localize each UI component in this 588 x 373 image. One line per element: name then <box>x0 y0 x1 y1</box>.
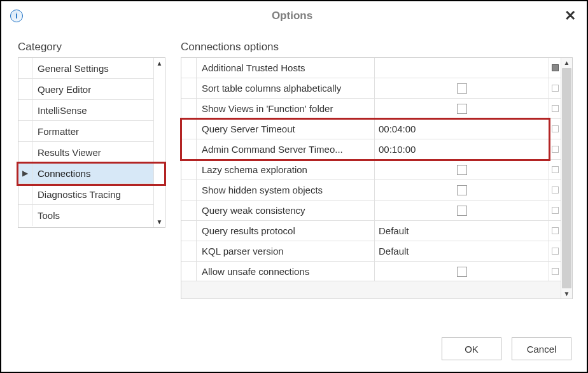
category-item-label: Results Viewer <box>32 147 101 158</box>
checkbox[interactable] <box>457 267 467 277</box>
option-value[interactable]: Default <box>375 241 549 261</box>
reset-icon <box>552 85 559 92</box>
scroll-thumb[interactable] <box>562 68 571 288</box>
category-item-connections[interactable]: ▶Connections <box>18 163 165 184</box>
category-item-tools[interactable]: Tools <box>18 205 165 226</box>
option-name: Query Server Timeout <box>197 119 375 139</box>
checkbox[interactable] <box>457 185 467 195</box>
option-row-gutter <box>181 119 197 139</box>
option-value[interactable] <box>375 58 549 78</box>
option-name: Allow unsafe connections <box>197 262 375 281</box>
option-value[interactable] <box>375 160 549 179</box>
option-reset-cell[interactable] <box>549 160 561 179</box>
option-value[interactable] <box>375 201 549 220</box>
option-row-gutter <box>181 241 197 261</box>
reset-icon <box>552 227 559 234</box>
option-reset-cell[interactable] <box>549 262 561 281</box>
option-value[interactable] <box>375 180 549 200</box>
scroll-down-icon[interactable]: ▼ <box>561 289 572 299</box>
category-scrollbar[interactable]: ▲ ▼ <box>153 58 165 227</box>
option-value[interactable]: Default <box>375 221 549 241</box>
option-reset-cell[interactable] <box>549 180 561 200</box>
options-heading: Connections options <box>181 41 573 53</box>
category-row-gutter <box>18 121 32 141</box>
option-row[interactable]: Show hidden system objects <box>181 180 561 201</box>
category-item-formatter[interactable]: Formatter <box>18 121 165 142</box>
option-reset-cell[interactable] <box>549 119 561 139</box>
option-row[interactable]: Query weak consistency <box>181 201 561 221</box>
category-item-results-viewer[interactable]: Results Viewer <box>18 142 165 163</box>
checkbox[interactable] <box>457 83 467 94</box>
option-reset-cell[interactable] <box>549 99 561 118</box>
dialog-buttons: OK Cancel <box>442 337 571 360</box>
option-row[interactable]: Query results protocolDefault <box>181 221 561 241</box>
option-value[interactable] <box>375 99 549 118</box>
category-item-label: Formatter <box>32 126 79 137</box>
category-row-gutter <box>18 58 32 78</box>
option-reset-cell[interactable] <box>549 201 561 220</box>
scroll-down-icon[interactable]: ▼ <box>154 216 165 227</box>
option-row[interactable]: Admin Command Server Timeo...00:10:00 <box>181 139 561 160</box>
category-panel: Category General SettingsQuery EditorInt… <box>18 41 165 318</box>
category-row-gutter <box>18 205 32 226</box>
option-row-gutter <box>181 78 197 98</box>
option-reset-cell[interactable] <box>549 241 561 261</box>
category-row-gutter <box>18 184 32 204</box>
option-row[interactable]: Allow unsafe connections <box>181 262 561 282</box>
close-button[interactable]: ✕ <box>561 7 579 25</box>
option-row-gutter <box>181 201 197 220</box>
option-name: Admin Command Server Timeo... <box>197 139 375 159</box>
option-name: KQL parser version <box>197 241 375 261</box>
option-value[interactable] <box>375 78 549 98</box>
category-item-label: Connections <box>32 168 90 179</box>
option-row-gutter <box>181 262 197 281</box>
category-row-gutter: ▶ <box>18 163 32 183</box>
option-reset-cell[interactable] <box>549 78 561 98</box>
option-row[interactable]: Show Views in 'Function' folder <box>181 99 561 119</box>
scroll-up-icon[interactable]: ▲ <box>154 58 165 69</box>
reset-icon <box>552 125 559 132</box>
option-row-gutter <box>181 99 197 118</box>
option-row[interactable]: Lazy schema exploration <box>181 160 561 180</box>
category-row-gutter <box>18 142 32 162</box>
options-grid: Additional Trusted HostsSort table colum… <box>181 57 573 299</box>
category-item-diagnostics-tracing[interactable]: Diagnostics Tracing <box>18 184 165 205</box>
option-row[interactable]: Additional Trusted Hosts <box>181 58 561 78</box>
option-name: Sort table columns alphabetically <box>197 78 375 98</box>
option-value[interactable]: 00:10:00 <box>375 139 549 159</box>
titlebar: i Options ✕ <box>1 1 587 31</box>
ok-button[interactable]: OK <box>442 337 501 360</box>
option-name: Query results protocol <box>197 221 375 241</box>
option-name: Lazy schema exploration <box>197 160 375 179</box>
option-reset-cell[interactable] <box>549 58 561 78</box>
option-value-text: 00:04:00 <box>379 123 416 134</box>
category-item-intellisense[interactable]: IntelliSense <box>18 100 165 121</box>
option-value[interactable]: 00:04:00 <box>375 119 549 139</box>
option-value-text: Default <box>379 225 409 236</box>
checkbox[interactable] <box>457 165 467 175</box>
category-item-label: Diagnostics Tracing <box>32 189 121 200</box>
category-item-label: General Settings <box>32 63 109 74</box>
option-row-gutter <box>181 160 197 179</box>
category-heading: Category <box>18 41 165 53</box>
option-row[interactable]: KQL parser versionDefault <box>181 241 561 262</box>
category-row-gutter <box>18 79 32 99</box>
reset-icon <box>552 248 559 255</box>
option-row[interactable]: Query Server Timeout00:04:00 <box>181 119 561 139</box>
category-item-query-editor[interactable]: Query Editor <box>18 79 165 100</box>
checkbox[interactable] <box>457 206 467 216</box>
options-scrollbar[interactable]: ▲ ▼ <box>561 58 572 299</box>
checkbox[interactable] <box>457 104 467 114</box>
option-value-text: 00:10:00 <box>379 144 416 155</box>
scroll-up-icon[interactable]: ▲ <box>561 58 572 67</box>
option-name: Additional Trusted Hosts <box>197 58 375 78</box>
option-reset-cell[interactable] <box>549 139 561 159</box>
option-row[interactable]: Sort table columns alphabetically <box>181 78 561 99</box>
category-item-label: Query Editor <box>32 84 91 95</box>
category-row-gutter <box>18 100 32 120</box>
cancel-button[interactable]: Cancel <box>512 337 571 360</box>
option-reset-cell[interactable] <box>549 221 561 241</box>
category-item-label: IntelliSense <box>32 105 87 116</box>
option-value[interactable] <box>375 262 549 281</box>
category-item-general-settings[interactable]: General Settings <box>18 58 165 79</box>
